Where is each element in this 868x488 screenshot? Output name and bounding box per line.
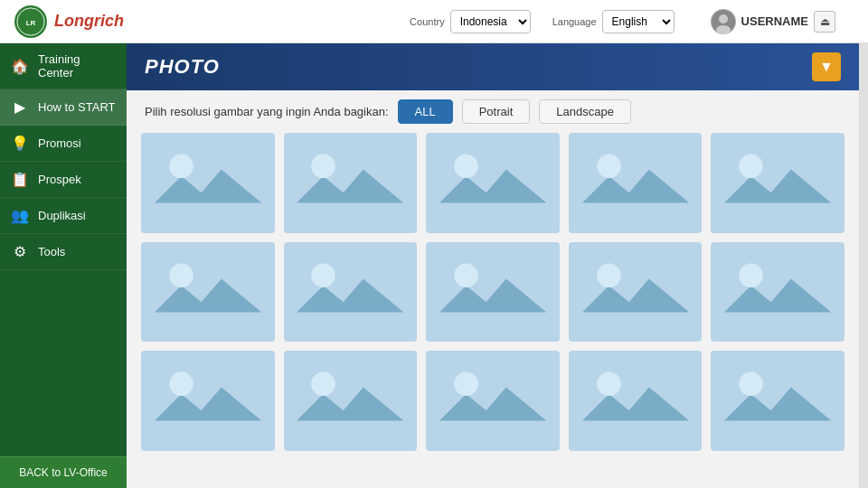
svg-point-43 — [454, 372, 478, 397]
photo-thumb-11[interactable] — [141, 351, 275, 451]
logo-text: Longrich — [54, 12, 124, 31]
clipboard-icon: 📋 — [11, 171, 29, 188]
sidebar-item-promosi[interactable]: 💡 Promosi — [0, 126, 127, 162]
right-scrollbar[interactable] — [859, 43, 868, 488]
back-to-lv-office-button[interactable]: BACK to LV-Office — [0, 456, 127, 488]
svg-point-34 — [739, 263, 763, 287]
svg-rect-26 — [439, 252, 546, 333]
logo-icon: LR — [14, 5, 47, 38]
svg-rect-41 — [439, 361, 546, 441]
svg-point-22 — [169, 263, 193, 287]
sidebar-label-duplikasi: Duplikasi — [38, 209, 86, 222]
sidebar-label-tools: Tools — [38, 245, 65, 258]
group-icon: 👥 — [11, 207, 29, 224]
gear-icon: ⚙ — [11, 243, 29, 260]
photo-thumb-14[interactable] — [569, 351, 703, 451]
svg-point-16 — [597, 155, 621, 179]
filter-all-button[interactable]: ALL — [398, 99, 453, 124]
svg-rect-14 — [582, 143, 689, 223]
user-area: USERNAME ⏏ — [711, 9, 835, 34]
language-select[interactable]: English Bahasa — [602, 10, 675, 33]
sidebar-item-prospek[interactable]: 📋 Prospek — [0, 162, 127, 198]
photo-grid — [141, 133, 844, 460]
country-group: Country Indonesia Malaysia Singapore — [410, 10, 531, 33]
svg-rect-38 — [297, 361, 403, 441]
photo-thumb-7[interactable] — [284, 242, 418, 343]
sidebar-spacer — [0, 270, 127, 456]
svg-point-37 — [169, 372, 193, 397]
svg-rect-5 — [155, 143, 261, 223]
svg-rect-35 — [155, 361, 261, 441]
language-label: Language — [552, 16, 597, 27]
photo-header: PHOTO ▼ — [127, 43, 859, 90]
svg-point-7 — [169, 155, 193, 179]
svg-point-4 — [716, 25, 731, 34]
sidebar: 🏠 Training Center ▶ How to START 💡 Promo… — [0, 43, 127, 488]
svg-rect-8 — [297, 143, 403, 223]
content-area: PHOTO ▼ Pilih resolusi gambar yang ingin… — [127, 43, 859, 488]
svg-rect-44 — [582, 361, 689, 441]
top-bar: LR Longrich Country Indonesia Malaysia S… — [0, 0, 868, 43]
sidebar-label-how-to-start: How to START — [38, 100, 115, 114]
photo-thumb-1[interactable] — [141, 133, 275, 233]
sidebar-label-promosi: Promosi — [38, 136, 81, 150]
svg-point-40 — [312, 372, 336, 397]
country-select[interactable]: Indonesia Malaysia Singapore — [450, 10, 531, 33]
sidebar-item-duplikasi[interactable]: 👥 Duplikasi — [0, 198, 127, 234]
photo-thumb-4[interactable] — [569, 133, 703, 233]
svg-point-25 — [312, 263, 336, 287]
logout-button[interactable]: ⏏ — [814, 11, 835, 33]
filter-label: Pilih resolusi gambar yang ingin Anda ba… — [145, 105, 389, 118]
sidebar-item-tools[interactable]: ⚙ Tools — [0, 234, 127, 270]
svg-point-13 — [454, 155, 478, 179]
photo-thumb-8[interactable] — [426, 242, 560, 343]
photo-thumb-5[interactable] — [711, 133, 844, 233]
filter-bar: Pilih resolusi gambar yang ingin Anda ba… — [127, 90, 859, 133]
photo-thumb-3[interactable] — [426, 133, 560, 233]
home-icon: 🏠 — [11, 58, 29, 75]
svg-rect-23 — [297, 252, 403, 333]
username-text: USERNAME — [741, 14, 808, 28]
svg-text:LR: LR — [26, 19, 36, 27]
country-label: Country — [410, 16, 445, 27]
photo-dropdown-button[interactable]: ▼ — [812, 52, 841, 81]
logo-area: LR Longrich — [14, 5, 141, 38]
photo-thumb-2[interactable] — [284, 133, 418, 233]
svg-point-10 — [312, 155, 336, 179]
main-layout: 🏠 Training Center ▶ How to START 💡 Promo… — [0, 43, 868, 488]
photo-grid-wrapper[interactable] — [127, 133, 859, 488]
user-avatar — [711, 9, 736, 34]
photo-thumb-12[interactable] — [284, 351, 418, 451]
svg-rect-11 — [439, 143, 546, 223]
svg-rect-20 — [155, 252, 261, 333]
filter-landscape-button[interactable]: Landscape — [539, 99, 631, 124]
play-icon: ▶ — [11, 99, 29, 116]
sidebar-item-how-to-start[interactable]: ▶ How to START — [0, 89, 127, 126]
svg-rect-32 — [724, 252, 831, 333]
photo-title: PHOTO — [145, 55, 220, 79]
svg-point-49 — [739, 372, 763, 397]
svg-point-31 — [597, 263, 621, 287]
sidebar-label-training-center: Training Center — [38, 52, 116, 80]
svg-rect-29 — [582, 252, 689, 333]
svg-point-28 — [454, 263, 478, 287]
bulb-icon: 💡 — [11, 135, 29, 152]
svg-point-19 — [739, 155, 763, 179]
photo-thumb-6[interactable] — [141, 242, 275, 343]
svg-rect-47 — [724, 361, 831, 441]
svg-point-3 — [719, 14, 728, 23]
svg-rect-17 — [724, 143, 831, 223]
photo-thumb-9[interactable] — [569, 242, 703, 343]
top-bar-controls: Country Indonesia Malaysia Singapore Lan… — [156, 9, 854, 34]
photo-thumb-13[interactable] — [426, 351, 560, 451]
svg-point-46 — [597, 372, 621, 397]
language-group: Language English Bahasa — [552, 10, 675, 33]
photo-thumb-10[interactable] — [711, 242, 844, 343]
sidebar-label-prospek: Prospek — [38, 173, 81, 186]
filter-portrait-button[interactable]: Potrait — [462, 99, 531, 124]
photo-thumb-15[interactable] — [711, 351, 844, 451]
sidebar-item-training-center[interactable]: 🏠 Training Center — [0, 43, 127, 89]
